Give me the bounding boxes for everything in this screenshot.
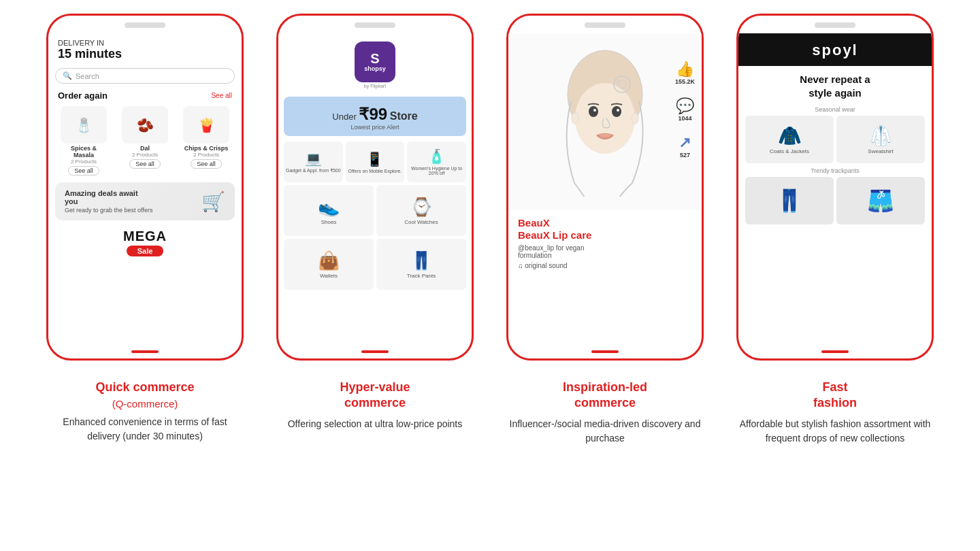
p1-order-again-title: Order again [58,90,108,101]
p2-banner-price: ₹99 [359,105,387,123]
p4-logo-area: spoyl [738,33,932,66]
p2-gadget-icon: 💻 [305,150,322,167]
p4-coats-label: Coats & Jackets [770,148,809,154]
p2-shoes-label: Shoes [321,219,337,225]
p1-order-again-header: Order again See all [48,88,242,103]
p4-pants-item-2[interactable]: 🩳 [836,177,925,224]
p1-product-sub-0: 2 Products [71,158,97,165]
p1-search-label: Search [76,72,99,80]
p1-promo-title: Amazing deals await you [65,189,146,205]
p2-under-text: Under [332,112,356,122]
p3-face-illustration [551,47,659,197]
p1-product-name-0: Spices &Masala [71,145,97,158]
p4-coats-item[interactable]: 🧥 Coats & Jackets [745,116,834,163]
p3-face-area: 👍 155.2K 💬 1044 ↗ 527 [508,33,702,210]
p2-price-banner: Under ₹99 Store Lowest price Alert [284,97,466,136]
phone-3-wrapper: 👍 155.2K 💬 1044 ↗ 527 Be [500,14,710,361]
p3-shares-stat: ↗ 527 [679,134,691,158]
label-2: Hyper-valuecommerce Offering selection a… [270,380,480,446]
p2-logo-area: S shopsy by Flipkart [278,33,472,94]
search-icon: 🔍 [63,71,72,80]
p2-product-grid: 💻 Gadget & Appl. from ₹500 📱 Offers on M… [278,139,472,185]
p4-pants-grid: 👖 🩳 [738,176,932,229]
label-1: Quick commerce (Q-commerce) Enhanced con… [39,380,250,446]
p2-trackpants-item[interactable]: 👖 Track Pants [376,239,466,290]
label-4: Fastfashion Affordable but stylish fashi… [730,380,941,446]
p4-pants-icon-1: 👖 [776,188,803,214]
phone-1-frame: DELIVERY IN 15 minutes 🔍 Search Order ag… [46,14,244,361]
p1-product-box-1: 🫘 [122,106,168,144]
p4-sweatshirt-icon: 🥼 [869,124,893,147]
p3-social-stats: 👍 155.2K 💬 1044 ↗ 527 [675,61,695,158]
svg-point-5 [617,109,619,112]
p1-mega-section: MEGA Sale [48,224,242,259]
phone-2-content: S shopsy by Flipkart Under ₹99 Store Low… [278,28,472,345]
p3-comments-stat: 💬 1044 [676,97,694,122]
p1-product-name-1: Dal [140,145,150,152]
p1-product-box-0: 🧂 [61,106,107,144]
label-4-title: Fastfashion [736,380,934,412]
p2-hygiene-label: Women's Hygiene Up to 20% off [407,166,466,176]
p2-shopsy-logo: S shopsy [355,41,395,82]
phone-4-frame: spoyl Never repeat astyle again Seasonal… [736,14,934,361]
p3-likes-count: 155.2K [675,78,695,85]
p1-product-see-all-2[interactable]: See all [191,159,222,169]
p3-bottom-info: BeauXBeauX Lip care @beaux_lip for vegan… [508,210,702,276]
p3-share-icon: ↗ [679,134,691,152]
p2-trackpants-icon: 👖 [410,250,432,271]
label-3: Inspiration-ledcommerce Influencer-/soci… [500,380,710,446]
phone-1-wrapper: DELIVERY IN 15 minutes 🔍 Search Order ag… [39,14,250,361]
p2-gadget-item[interactable]: 💻 Gadget & Appl. from ₹500 [284,141,343,182]
svg-point-6 [632,113,638,124]
p1-product-see-all-0[interactable]: See all [68,166,99,176]
p2-hygiene-icon: 🧴 [428,148,445,165]
p4-seasonal-grid: 🧥 Coats & Jackets 🥼 Sweatshirt [738,114,932,165]
p1-delivery-text: DELIVERY IN [58,39,232,47]
p1-promo-sub: Get ready to grab the best offers [65,207,152,214]
p2-logo-s: S [370,52,379,65]
p1-promo-icon: 🛒 [201,190,225,213]
p4-home-bar [821,350,849,353]
p2-banner-sub: Lowest price Alert [293,124,457,131]
p2-wallets-item[interactable]: 👜 Wallets [284,239,374,290]
p1-mega-text: MEGA [48,229,242,244]
svg-point-7 [572,113,578,124]
p2-mobile-item[interactable]: 📱 Offers on Mobile Explore. [346,141,405,182]
p4-trendy-label: Trendy trackpants [738,167,932,174]
phone-3-frame: 👍 155.2K 💬 1044 ↗ 527 Be [506,14,704,361]
p2-hygiene-item[interactable]: 🧴 Women's Hygiene Up to 20% off [407,141,466,182]
p2-banner-prefix: Under ₹99 Store [293,105,457,124]
p4-sweatshirt-item[interactable]: 🥼 Sweatshirt [836,116,925,163]
p2-wallets-icon: 👜 [318,250,340,271]
p1-product-item-2[interactable]: 🍟 Chips & Crisps 2 Products See all [178,106,235,176]
p2-logo-name: shopsy [364,65,386,72]
p4-pants-item-1[interactable]: 👖 [745,177,834,224]
p1-product-item-1[interactable]: 🫘 Dal 2 Products See all [116,106,174,176]
p2-watches-item[interactable]: ⌚ Cool Watches [376,185,466,236]
p1-product-sub-2: 2 Products [193,152,219,158]
p2-large-grid: 👟 Shoes ⌚ Cool Watches 👜 Wallets 👖 Track… [278,185,472,293]
label-2-desc: Offering selection at ultra low-price po… [276,417,474,431]
label-1-title: Quick commerce [46,380,244,395]
label-3-desc: Influencer-/social media-driven discover… [506,417,704,446]
label-2-title: Hyper-valuecommerce [276,380,474,412]
p1-see-all-link[interactable]: See all [211,92,232,99]
phone-2-frame: S shopsy by Flipkart Under ₹99 Store Low… [276,14,474,361]
p3-likes-stat: 👍 155.2K [675,61,695,85]
p1-product-sub-1: 2 Products [132,152,158,158]
p1-home-bar [131,350,159,353]
p1-product-see-all-1[interactable]: See all [129,159,161,169]
svg-point-3 [612,106,621,117]
p2-shoes-item[interactable]: 👟 Shoes [284,185,374,236]
p2-wallets-label: Wallets [320,273,338,279]
phone-4-content: spoyl Never repeat astyle again Seasonal… [738,28,932,345]
p1-product-item-0[interactable]: 🧂 Spices &Masala 2 Products See all [55,106,112,176]
p1-product-box-2: 🍟 [183,106,229,144]
p1-delivery-time: 15 minutes [58,47,232,61]
p3-comments-count: 1044 [678,115,691,122]
p1-search-bar[interactable]: 🔍 Search [55,68,235,84]
phone-3-content: 👍 155.2K 💬 1044 ↗ 527 Be [508,28,702,345]
p2-logo-by: by Flipkart [278,84,472,88]
p2-trackpants-label: Track Pants [407,273,436,279]
phone-1-content: DELIVERY IN 15 minutes 🔍 Search Order ag… [48,28,242,345]
